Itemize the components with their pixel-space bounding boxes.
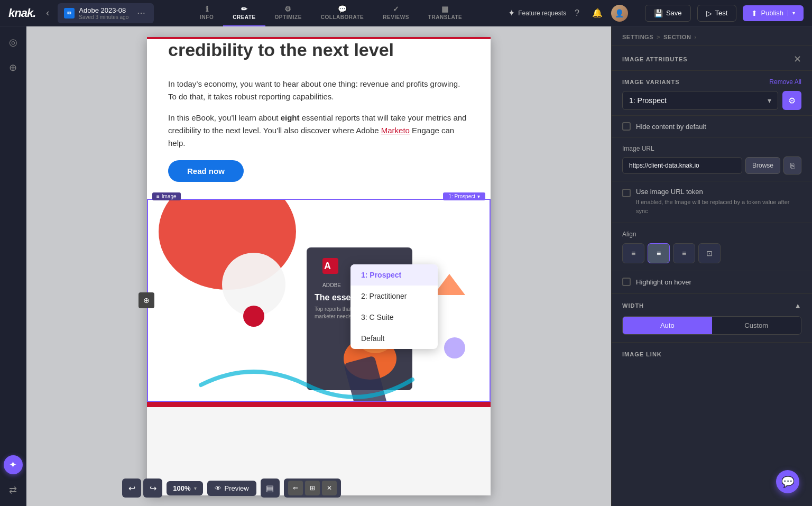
image-url-input[interactable] [622,157,742,174]
image-label-icon: ≡ [156,194,160,199]
zoom-label: 100% [173,484,190,492]
publish-dropdown-icon: ▾ [788,10,795,16]
tab-translate[interactable]: ▦ TRANSLATE [419,0,472,26]
use-token-sub-text: If enabled, the Image will be replaced b… [636,198,801,215]
width-auto-button[interactable]: Auto [623,317,712,334]
marketo-link[interactable]: Marketo [381,126,410,135]
doc-title: Adobe 2023-08 [79,6,128,14]
avatar[interactable]: 👤 [611,5,628,22]
image-tool-1-button[interactable]: ⇐ [288,481,303,495]
zoom-chevron-icon: ▾ [194,485,197,491]
url-copy-button[interactable]: ⎘ [783,157,801,174]
feature-requests-button[interactable]: ✦ Feature requests [508,8,566,18]
preview-button[interactable]: 👁 Preview [207,481,256,496]
variant-select-chevron-icon: ▾ [768,96,771,105]
width-collapse-button[interactable]: ▲ [794,301,801,310]
image-section-label: ≡ Image [152,192,181,200]
image-variants-section: IMAGE VARIANTS Remove All 1: Prospect ▾ … [612,71,812,116]
doc-tab[interactable]: ✉ Adobe 2023-08 Saved 3 minutes ago ⋯ [58,3,154,23]
dropdown-item-csuite[interactable]: 3: C Suite [350,307,438,328]
sidebar-layers-button[interactable]: ⊕ [4,58,23,77]
browse-button[interactable]: Browse [745,157,780,174]
left-sidebar: ◎ ⊕ ✦ ⇄ [0,26,26,506]
layers-toggle-button[interactable]: ▤ [261,479,280,498]
dropdown-item-default[interactable]: Default [350,328,438,349]
sidebar-swap-button[interactable]: ⇄ [4,481,23,500]
chat-fab-button[interactable]: 💬 [776,470,799,493]
test-icon: ▷ [706,9,712,17]
close-panel-button[interactable]: ✕ [793,53,801,65]
canvas-area: credibility to the next level In today’s… [26,26,611,506]
save-icon: 💾 [654,9,663,17]
collaborate-icon: 💬 [338,5,347,13]
tab-create[interactable]: ✏ CREATE [223,0,265,26]
hide-content-row: Hide content by default [612,116,812,137]
breadcrumb-section[interactable]: SECTION [663,34,691,40]
email-canvas: credibility to the next level In today’s… [147,37,491,495]
use-token-checkbox[interactable] [622,189,631,197]
align-section: Align ≡ ≡ ≡ ⊡ [612,223,812,271]
reviews-icon: ✓ [393,5,400,13]
variant-select-dropdown[interactable]: 1: Prospect ▾ [622,91,778,110]
read-now-button[interactable]: Read now [168,160,244,182]
publish-button[interactable]: ⬆ Publish ▾ [743,5,804,21]
panel-breadcrumb: SETTINGS > SECTION › [612,26,812,46]
back-button[interactable]: ‹ [42,5,53,21]
redo-button[interactable]: ↪ [143,479,162,498]
panel-section-title: IMAGE ATTRIBUTES [622,56,688,62]
hide-content-checkbox[interactable] [622,122,631,131]
sidebar-fab-button[interactable]: ✦ [4,455,23,474]
email-para2: In this eBook, you’ll learn about eight … [168,112,469,150]
use-token-section: Use image URL token If enabled, the Imag… [612,181,812,223]
align-center-button[interactable]: ≡ [648,243,670,263]
move-handle[interactable]: ⊕ [139,292,154,308]
image-url-label: Image URL [622,145,801,152]
highlight-checkbox[interactable] [622,278,631,286]
svg-point-20 [444,337,465,358]
tab-info[interactable]: ℹ INFO [190,0,223,26]
save-button[interactable]: 💾 Save [645,5,691,22]
tab-collaborate[interactable]: 💬 COLLABORATE [311,0,373,26]
email-footer-strip [147,402,491,407]
svg-text:ADOBE: ADOBE [322,282,341,288]
zoom-control: 100% ▾ [167,481,202,495]
svg-text:marketer needs.: marketer needs. [315,314,353,319]
breadcrumb-settings[interactable]: SETTINGS [622,34,653,40]
adobe-image-placeholder: A ADOBE The essential five. Top reports … [148,200,490,401]
help-button[interactable]: ? [570,6,584,20]
image-tool-2-button[interactable]: ⊞ [305,481,320,495]
create-icon: ✏ [241,5,248,13]
dropdown-item-practitioner[interactable]: 2: Practitioner [350,286,438,307]
variant-dropdown: 1: Prospect 2: Practitioner 3: C Suite D… [350,264,438,349]
test-button[interactable]: ▷ Test [697,5,737,22]
panel-section-header: IMAGE ATTRIBUTES ✕ [612,46,812,71]
image-section: ≡ Image 1: Prospect ▾ [147,199,491,402]
align-left-button[interactable]: ≡ [622,243,644,263]
sidebar-search-button[interactable]: ◎ [4,33,23,52]
hide-content-label: Hide content by default [636,123,706,131]
email-body: In today’s economy, you want to hear abo… [147,69,491,199]
canvas-scroll[interactable]: credibility to the next level In today’s… [26,26,611,506]
variant-settings-button[interactable]: ⚙ [782,91,801,110]
publish-icon: ⬆ [751,9,758,17]
dropdown-item-prospect[interactable]: 1: Prospect [350,264,438,286]
svg-point-3 [243,306,264,327]
notifications-button[interactable]: 🔔 [588,6,607,20]
image-variants-label: IMAGE VARIANTS [622,79,680,85]
remove-all-button[interactable]: Remove All [769,78,801,86]
image-tools-group: ⇐ ⊞ ✕ [284,479,341,498]
align-responsive-button[interactable]: ⊡ [698,243,721,263]
doc-menu-button[interactable]: ⋯ [135,7,147,19]
image-tool-3-button[interactable]: ✕ [322,481,337,495]
highlight-label: Highlight on hover [636,278,691,286]
image-variant-button[interactable]: 1: Prospect ▾ [443,192,485,200]
tab-optimize[interactable]: ⚙ OPTIMIZE [265,0,311,26]
undo-button[interactable]: ↩ [122,479,141,498]
image-link-title: IMAGE LINK [622,351,662,357]
tab-reviews[interactable]: ✓ REVIEWS [373,0,419,26]
email-para1: In today’s economy, you want to hear abo… [168,78,469,103]
optimize-icon: ⚙ [284,5,292,13]
align-right-button[interactable]: ≡ [673,243,695,263]
width-custom-button[interactable]: Custom [712,317,801,334]
breadcrumb-sep2: › [694,34,696,40]
